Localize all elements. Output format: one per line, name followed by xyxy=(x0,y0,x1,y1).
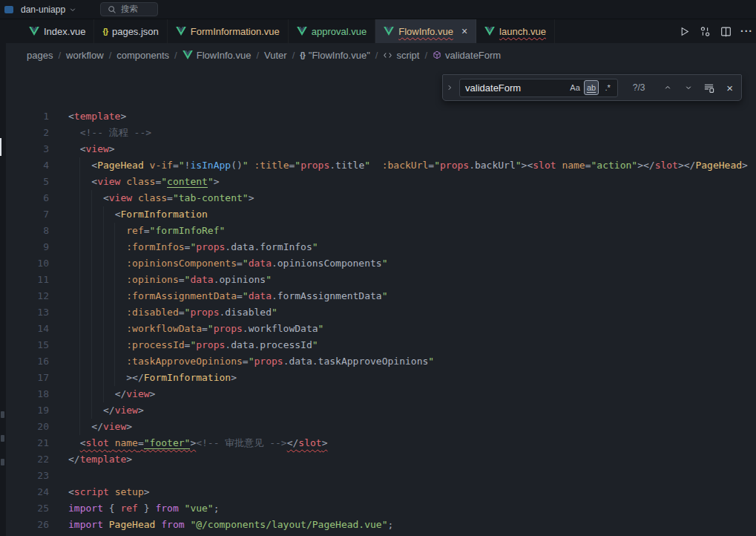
breadcrumb-separator: / xyxy=(424,50,427,61)
line-number: 7 xyxy=(6,206,49,223)
activity-bar-item-fragment xyxy=(1,435,4,442)
editor-tab[interactable]: FormInformation.vue xyxy=(168,19,289,43)
line-content: :formInfos="props.data.formInfos" xyxy=(68,239,318,255)
code-line: 14 :workflowData="props.workflowData" xyxy=(6,321,756,337)
workspace-name: dan-uniapp xyxy=(21,4,65,15)
global-search-box[interactable]: 搜索 xyxy=(100,2,158,16)
find-input[interactable] xyxy=(465,82,566,94)
line-number: 24 xyxy=(6,484,49,500)
breadcrumb-label: validateForm xyxy=(445,50,501,61)
code-line: 20 </view> xyxy=(6,419,756,435)
tab-list: Index.vue{}pages.jsonFormInformation.vue… xyxy=(21,19,555,43)
breadcrumb-label: script xyxy=(396,50,419,61)
breadcrumb-separator: / xyxy=(375,50,378,61)
breadcrumb-item[interactable]: pages xyxy=(27,50,53,61)
line-number: 20 xyxy=(6,419,49,435)
line-content: <PageHead v-if="!isInApp()" :title="prop… xyxy=(68,157,748,174)
chevron-up-icon xyxy=(664,84,671,91)
ellipsis-icon: ··· xyxy=(740,25,753,37)
vue-icon xyxy=(183,50,193,59)
line-number: 21 xyxy=(6,435,49,451)
vue-icon xyxy=(29,27,39,36)
whole-word-button[interactable]: ab xyxy=(584,80,599,95)
editor-tab[interactable]: FlowInfo.vue× xyxy=(375,19,476,43)
title-bar: dan-uniapp 搜索 xyxy=(0,0,756,19)
toggle-replace-button[interactable] xyxy=(443,75,456,100)
line-number: 3 xyxy=(6,141,49,157)
braces-icon: {} xyxy=(300,50,305,59)
editor-tab[interactable]: launch.vue xyxy=(476,19,555,43)
line-number: 22 xyxy=(6,451,49,468)
line-number: 8 xyxy=(6,223,49,239)
editor-tab[interactable]: {}pages.json xyxy=(94,19,167,43)
vue-icon xyxy=(484,27,495,36)
close-icon: × xyxy=(726,82,733,94)
breadcrumb-separator: / xyxy=(292,50,295,61)
code-line: 12 :formAssignmentData="data.formAssignm… xyxy=(6,288,756,304)
line-content: :processId="props.data.processId" xyxy=(68,337,318,353)
code-line: 24<script setup> xyxy=(6,484,756,500)
json-icon: {} xyxy=(102,27,108,36)
code-lines: 1<template>2 <!-- 流程 -->3 <view>4 <PageH… xyxy=(0,67,756,533)
line-content: :formAssignmentData="data.formAssignment… xyxy=(68,288,388,304)
activity-bar-item-fragment xyxy=(1,459,4,465)
breadcrumb-item[interactable]: workflow xyxy=(66,50,104,61)
tab-close-button[interactable]: × xyxy=(461,26,467,36)
editor-pane[interactable]: Aa ab .* ?/3 × 1<template>2 <!-- 流程 -->3… xyxy=(0,67,756,536)
tab-label: pages.json xyxy=(112,26,159,37)
line-content: <!-- 流程 --> xyxy=(68,125,151,141)
code-line: 21 <slot name="footer"><!-- 审批意见 --></sl… xyxy=(6,435,756,451)
line-content: <template> xyxy=(68,108,126,125)
breadcrumb-item[interactable]: FlowInfo.vue xyxy=(183,50,252,61)
line-content: <script setup> xyxy=(68,484,150,500)
code-line: 2 <!-- 流程 --> xyxy=(6,125,756,141)
line-content: ></FormInformation> xyxy=(68,370,237,386)
line-content: </view> xyxy=(68,386,155,402)
line-content: <view class="content"> xyxy=(68,174,220,190)
run-button[interactable] xyxy=(675,22,694,41)
active-view-indicator xyxy=(0,138,1,156)
code-line: 16 :taskApproveOpinions="props.data.task… xyxy=(6,353,756,370)
breadcrumb-separator: / xyxy=(109,50,112,61)
find-input-box: Aa ab .* xyxy=(459,79,618,97)
line-content: :opinions="data.opinions" xyxy=(68,272,272,288)
line-content: <view class="tab-content"> xyxy=(68,190,254,206)
find-in-selection-button[interactable] xyxy=(701,79,718,97)
line-number: 19 xyxy=(6,402,49,419)
find-next-button[interactable] xyxy=(680,79,697,97)
match-case-button[interactable]: Aa xyxy=(568,80,582,95)
find-close-button[interactable]: × xyxy=(721,79,738,97)
tab-label: FormInformation.vue xyxy=(191,26,280,37)
play-icon xyxy=(679,26,690,37)
find-previous-button[interactable] xyxy=(660,79,677,97)
code-line: 25import { ref } from "vue"; xyxy=(6,500,756,517)
editor-tab[interactable]: Index.vue xyxy=(21,19,94,43)
search-icon xyxy=(108,5,116,14)
breadcrumb-item[interactable]: script xyxy=(383,50,419,61)
breadcrumb-item[interactable]: validateForm xyxy=(433,50,501,61)
split-editor-button[interactable] xyxy=(717,22,735,41)
indent-guide xyxy=(103,206,104,402)
line-number: 4 xyxy=(6,157,49,174)
chevron-down-icon xyxy=(69,6,76,13)
breadcrumb-item[interactable]: components xyxy=(116,50,169,61)
breadcrumb-item[interactable]: Vuter xyxy=(264,50,287,61)
code-line: 11 :opinions="data.opinions" xyxy=(6,272,756,288)
line-content: :taskApproveOpinions="props.data.taskApp… xyxy=(68,353,434,370)
workspace-menu[interactable]: dan-uniapp xyxy=(21,4,76,15)
code-line: 13 :disabled="props.disabled" xyxy=(6,304,756,321)
breadcrumb-item[interactable]: {}"FlowInfo.vue" xyxy=(300,50,370,61)
method-icon xyxy=(433,50,441,59)
line-content: :workflowData="props.workflowData" xyxy=(68,321,323,337)
open-changes-button[interactable] xyxy=(696,22,714,41)
app-icon xyxy=(4,6,13,13)
editor-tab[interactable]: approval.vue xyxy=(289,19,375,43)
tab-label: launch.vue xyxy=(499,26,546,37)
more-actions-button[interactable]: ··· xyxy=(737,22,756,41)
regex-button[interactable]: .* xyxy=(600,80,615,95)
breadcrumb-separator: / xyxy=(174,50,177,61)
line-number: 11 xyxy=(6,272,49,288)
breadcrumb-label: "FlowInfo.vue" xyxy=(309,50,370,61)
tab-bar: Index.vue{}pages.jsonFormInformation.vue… xyxy=(0,19,756,43)
line-number: 10 xyxy=(6,255,49,272)
